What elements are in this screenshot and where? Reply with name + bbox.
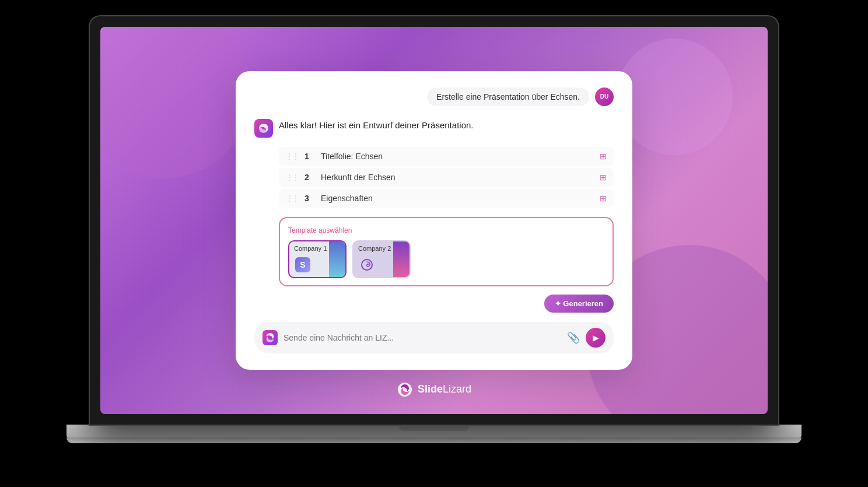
template-cards-row: Company 1 S Company 2 xyxy=(288,240,604,278)
slide-action-icon[interactable]: ⊞ xyxy=(600,194,607,203)
user-avatar: DU xyxy=(595,87,614,106)
user-message-row: Erstelle eine Präsentation über Echsen. … xyxy=(254,87,614,106)
svg-rect-2 xyxy=(262,330,278,345)
drag-handle-icon[interactable]: ⋮⋮ xyxy=(286,195,299,202)
dialog-card: Erstelle eine Präsentation über Echsen. … xyxy=(236,71,632,370)
attach-icon[interactable]: 📎 xyxy=(567,331,580,344)
company2-stripe xyxy=(393,241,410,277)
screen-bezel: Erstelle eine Präsentation über Echsen. … xyxy=(90,16,778,425)
chat-input-row: 📎 ▶ xyxy=(254,322,614,353)
slide-title: Titelfolie: Echsen xyxy=(321,152,594,161)
slidelizard-logo-icon xyxy=(397,381,413,398)
bot-response-text: Alles klar! Hier ist ein Entwurf deiner … xyxy=(279,118,473,130)
drag-handle-icon[interactable]: ⋮⋮ xyxy=(286,174,299,181)
slide-title: Herkunft der Echsen xyxy=(321,173,594,182)
deco-tl xyxy=(100,27,252,178)
branding-text: SlideLizard xyxy=(418,383,471,395)
slide-number: 1 xyxy=(304,152,315,161)
user-message-text: Erstelle eine Präsentation über Echsen. xyxy=(436,92,580,101)
user-message-bubble: Erstelle eine Präsentation über Echsen. xyxy=(427,87,589,106)
laptop-container: Erstelle eine Präsentation über Echsen. … xyxy=(66,16,802,471)
chat-bot-logo-icon xyxy=(262,330,278,345)
slide-item: ⋮⋮ 3 Eigenschaften ⊞ xyxy=(279,189,614,208)
company1-stripe xyxy=(329,241,345,277)
slide-number: 3 xyxy=(304,194,315,203)
company1-logo-icon: S xyxy=(295,257,310,272)
screen: Erstelle eine Präsentation über Echsen. … xyxy=(100,27,768,414)
laptop-base xyxy=(66,425,802,437)
generate-button-label: ✦ Generieren xyxy=(555,299,603,308)
send-button[interactable]: ▶ xyxy=(586,328,606,348)
company2-logo-icon xyxy=(359,257,374,272)
send-icon: ▶ xyxy=(593,333,599,342)
brand-lizard: Lizard xyxy=(443,383,471,395)
laptop-hinge xyxy=(66,437,802,443)
svg-rect-0 xyxy=(254,119,273,138)
template-card-company2[interactable]: Company 2 xyxy=(352,240,411,278)
drag-handle-icon[interactable]: ⋮⋮ xyxy=(286,153,299,160)
brand-slide: Slide xyxy=(418,383,443,395)
laptop-notch xyxy=(399,426,469,431)
chat-input[interactable] xyxy=(284,333,561,342)
template-card-company1[interactable]: Company 1 S xyxy=(288,240,346,278)
slide-action-icon[interactable]: ⊞ xyxy=(600,173,607,182)
template-selector: Template auswählen Company 1 S Company 2 xyxy=(279,217,614,286)
slide-title: Eigenschaften xyxy=(321,194,594,203)
generate-row: ✦ Generieren xyxy=(254,295,614,313)
template-label: Template auswählen xyxy=(288,226,604,234)
slide-item: ⋮⋮ 2 Herkunft der Echsen ⊞ xyxy=(279,168,614,187)
branding-row: SlideLizard xyxy=(397,381,471,398)
slide-number: 2 xyxy=(304,173,315,182)
generate-button[interactable]: ✦ Generieren xyxy=(544,295,614,313)
bot-response-row: Alles klar! Hier ist ein Entwurf deiner … xyxy=(254,118,614,138)
company2-label: Company 2 xyxy=(358,245,391,252)
slide-action-icon[interactable]: ⊞ xyxy=(600,152,607,161)
slide-item: ⋮⋮ 1 Titelfolie: Echsen ⊞ xyxy=(279,147,614,166)
slide-list: ⋮⋮ 1 Titelfolie: Echsen ⊞ ⋮⋮ 2 Herkunft … xyxy=(279,147,614,208)
company1-label: Company 1 xyxy=(294,245,327,252)
bot-logo-icon xyxy=(254,119,273,138)
